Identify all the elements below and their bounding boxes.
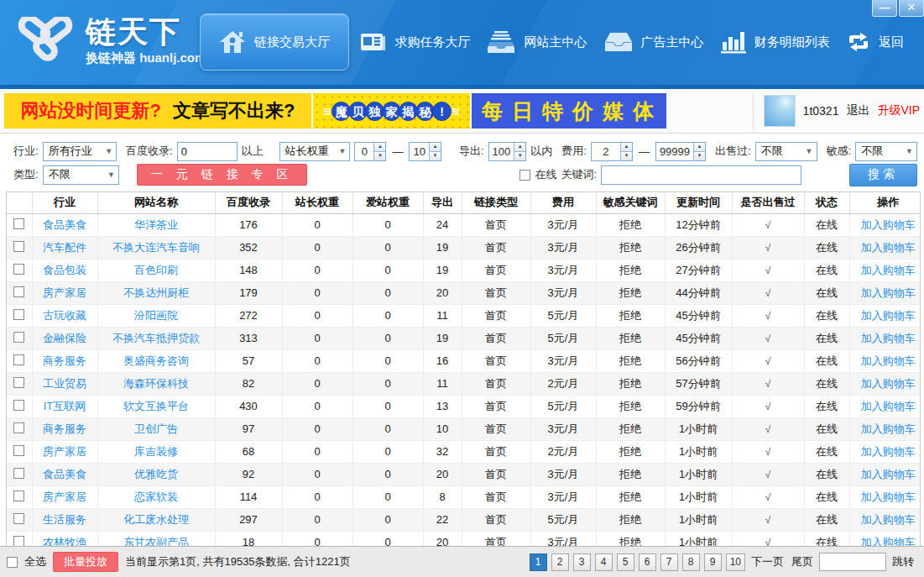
row-checkbox[interactable]: [13, 354, 24, 365]
user-avatar[interactable]: [764, 95, 796, 127]
add-to-cart-link[interactable]: 加入购物车: [861, 490, 916, 503]
cell-industry[interactable]: 汽车配件: [32, 236, 97, 259]
page-button-8[interactable]: 8: [682, 553, 700, 571]
weight-min-stepper[interactable]: 0▲▼: [354, 142, 386, 161]
cell-industry[interactable]: 商务服务: [32, 349, 97, 372]
row-checkbox[interactable]: [13, 241, 24, 252]
row-checkbox[interactable]: [13, 377, 24, 388]
add-to-cart-link[interactable]: 加入购物车: [861, 218, 916, 231]
add-to-cart-link[interactable]: 加入购物车: [861, 536, 916, 547]
column-header-6[interactable]: 导出: [423, 192, 462, 213]
add-to-cart-link[interactable]: 加入购物车: [861, 332, 916, 344]
cell-industry[interactable]: 房产家居: [32, 440, 97, 463]
row-checkbox[interactable]: [13, 286, 24, 297]
add-to-cart-link[interactable]: 加入购物车: [861, 377, 916, 390]
cell-industry[interactable]: 农林牧渔: [32, 531, 97, 546]
add-to-cart-link[interactable]: 加入购物车: [861, 513, 916, 526]
weight-max-stepper[interactable]: 10▲▼: [409, 142, 441, 161]
row-checkbox[interactable]: [13, 422, 24, 433]
sold-select[interactable]: 不限▼: [755, 142, 817, 161]
upgrade-vip-link[interactable]: 升级VIP: [877, 103, 920, 118]
one-yuan-zone-button[interactable]: 一 元 链 接 专 区: [137, 164, 307, 186]
add-to-cart-link[interactable]: 加入购物车: [861, 468, 916, 480]
cell-industry[interactable]: 工业贸易: [32, 372, 97, 395]
column-header-3[interactable]: 百度收录: [215, 192, 282, 213]
cell-industry[interactable]: 古玩收藏: [32, 304, 97, 327]
add-to-cart-link[interactable]: 加入购物车: [861, 241, 916, 254]
minimize-button[interactable]: —: [872, 0, 897, 17]
nav-return[interactable]: 返回: [840, 27, 911, 57]
row-checkbox[interactable]: [13, 218, 24, 229]
cell-site[interactable]: 百色印刷: [97, 259, 215, 281]
page-button-3[interactable]: 3: [573, 553, 591, 571]
column-header-5[interactable]: 爱站权重: [352, 192, 423, 213]
cell-industry[interactable]: 金融保险: [32, 327, 97, 349]
down-arrow-icon[interactable]: ▼: [430, 152, 441, 160]
row-checkbox[interactable]: [13, 536, 24, 547]
export-stepper[interactable]: 100▲▼: [488, 142, 527, 161]
down-arrow-icon[interactable]: ▼: [514, 152, 525, 160]
page-button-9[interactable]: 9: [704, 553, 722, 571]
page-button-5[interactable]: 5: [617, 553, 634, 571]
up-arrow-icon[interactable]: ▲: [514, 143, 525, 152]
column-header-4[interactable]: 站长权重: [282, 192, 352, 213]
weight-select[interactable]: 站长权重▼: [279, 142, 351, 161]
jump-button[interactable]: 跳转: [892, 554, 914, 569]
column-header-12[interactable]: 状态: [804, 192, 849, 213]
column-header-2[interactable]: 网站名称: [97, 192, 215, 213]
cell-site[interactable]: 不换大连汽车音响: [97, 236, 215, 259]
column-header-11[interactable]: 是否出售过: [732, 192, 804, 213]
industry-select[interactable]: 所有行业▼: [43, 142, 117, 161]
cell-industry[interactable]: 食品包装: [32, 259, 97, 281]
down-arrow-icon[interactable]: ▼: [374, 152, 385, 160]
logout-link[interactable]: 退出: [846, 103, 869, 118]
cell-site[interactable]: 优雅吃货: [97, 463, 215, 485]
page-button-6[interactable]: 6: [639, 553, 656, 571]
batch-publish-button[interactable]: 批量投放: [53, 552, 118, 572]
add-to-cart-link[interactable]: 加入购物车: [861, 422, 916, 435]
nav-link-trade-hall[interactable]: 链接交易大厅: [200, 13, 349, 71]
cell-industry[interactable]: 食品美食: [32, 463, 97, 485]
down-arrow-icon[interactable]: ▼: [694, 152, 705, 160]
column-header-8[interactable]: 费用: [530, 192, 596, 213]
column-header-7[interactable]: 链接类型: [462, 192, 530, 213]
row-checkbox[interactable]: [13, 468, 24, 479]
cell-industry[interactable]: 食品美食: [32, 213, 97, 236]
cell-site[interactable]: 不换汽车抵押贷款: [97, 327, 215, 349]
cell-industry[interactable]: 房产家居: [32, 281, 97, 304]
up-arrow-icon[interactable]: ▲: [430, 143, 441, 152]
cell-site[interactable]: 化工废水处理: [97, 508, 215, 531]
add-to-cart-link[interactable]: 加入购物车: [861, 309, 916, 322]
cell-site[interactable]: 海森环保科技: [97, 372, 215, 395]
row-checkbox[interactable]: [13, 445, 24, 456]
type-select[interactable]: 不限▼: [43, 165, 119, 185]
sensitive-select[interactable]: 不限▼: [855, 142, 917, 161]
cell-site[interactable]: 东甘农副产品: [97, 531, 215, 546]
keyword-input[interactable]: [601, 165, 801, 185]
cell-site[interactable]: 恋家软装: [97, 485, 215, 508]
cell-industry[interactable]: 商务服务: [32, 417, 97, 440]
page-button-1[interactable]: 1: [530, 553, 547, 571]
column-header-9[interactable]: 敏感关键词: [596, 192, 665, 213]
add-to-cart-link[interactable]: 加入购物车: [861, 286, 916, 299]
nav-webmaster-center[interactable]: 网站主中心: [480, 25, 593, 59]
nav-finance-list[interactable]: 财务明细列表: [714, 25, 837, 59]
row-checkbox[interactable]: [13, 490, 24, 501]
baidu-input[interactable]: [177, 142, 238, 161]
cell-site[interactable]: 软文互换平台: [97, 395, 215, 417]
search-button[interactable]: 搜索: [849, 164, 917, 186]
jump-page-input[interactable]: [819, 553, 886, 571]
fee-max-stepper[interactable]: 99999▲▼: [655, 142, 706, 161]
row-checkbox[interactable]: [13, 400, 24, 411]
ad-banner-secret[interactable]: ≋ 魔贝独家揭秘! ≋: [313, 93, 470, 129]
page-button-4[interactable]: 4: [595, 553, 613, 571]
up-arrow-icon[interactable]: ▲: [694, 143, 705, 152]
add-to-cart-link[interactable]: 加入购物车: [861, 264, 916, 276]
ad-banner-update[interactable]: 网站没时间更新? 文章写不出来?: [4, 93, 311, 129]
row-checkbox[interactable]: [13, 513, 24, 524]
online-checkbox[interactable]: [519, 170, 530, 181]
cell-industry[interactable]: 房产家居: [32, 485, 97, 508]
row-checkbox[interactable]: [13, 264, 24, 275]
page-button-7[interactable]: 7: [660, 553, 678, 571]
down-arrow-icon[interactable]: ▼: [621, 152, 632, 160]
